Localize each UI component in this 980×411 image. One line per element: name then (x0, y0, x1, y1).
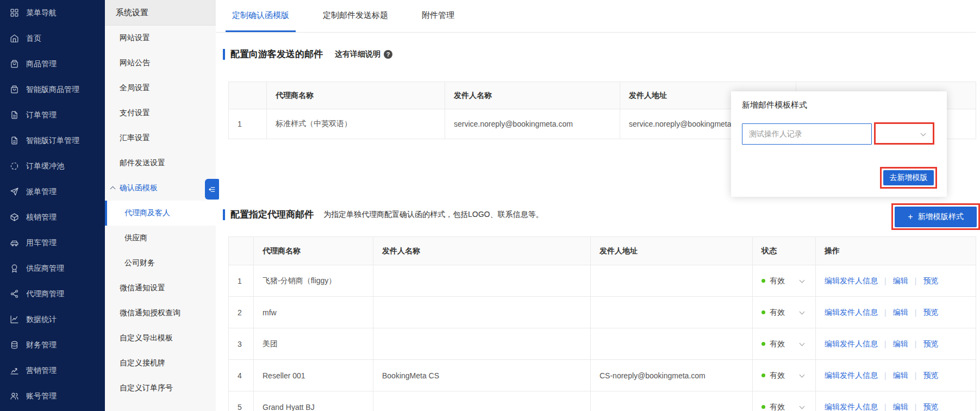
edit-link[interactable]: 编辑 (893, 308, 908, 316)
cell-sender-address (591, 328, 753, 360)
sidebar-item-label: 供应商管理 (26, 264, 64, 273)
cell-index: 1 (229, 109, 267, 139)
sidebar-item-dispatch[interactable]: 派单管理 (0, 179, 105, 204)
tab-custom-confirmation-template[interactable]: 定制确认函模版 (226, 0, 296, 32)
edit-link[interactable]: 编辑 (893, 339, 908, 348)
submenu-item-mail-send-settings[interactable]: 邮件发送设置 (105, 151, 216, 176)
sidebar-item-agents[interactable]: 代理商管理 (0, 281, 105, 307)
chevron-down-icon[interactable] (800, 277, 805, 283)
cell-index: 2 (229, 297, 254, 328)
sidebar-item-statistics[interactable]: 数据统计 (0, 307, 105, 332)
tab-attachment-management[interactable]: 附件管理 (415, 0, 461, 32)
go-add-template-button[interactable]: 去新增模版 (883, 170, 934, 185)
template-type-select[interactable] (874, 122, 934, 145)
preview-link[interactable]: 预览 (923, 339, 938, 348)
submenu-item-site-notice[interactable]: 网站公告 (105, 51, 216, 76)
cell-agent-name: mfw (254, 297, 373, 328)
edit-sender-info-link[interactable]: 编辑发件人信息 (825, 402, 878, 411)
chart-icon (10, 315, 19, 324)
edit-sender-info-link[interactable]: 编辑发件人信息 (825, 308, 878, 316)
status-dot (761, 342, 765, 346)
submenu-item-confirmation-template[interactable]: 确认函模板 (105, 176, 216, 201)
cell-agent-name: Reseller 001 (254, 360, 373, 391)
package-icon (10, 213, 19, 222)
status-dot (761, 310, 765, 314)
sidebar-item-products[interactable]: 商品管理 (0, 51, 105, 77)
link-separator: ｜ (882, 371, 889, 379)
preview-link[interactable]: 预览 (923, 402, 938, 411)
edit-sender-info-link[interactable]: 编辑发件人信息 (825, 339, 878, 348)
submenu-item-payment-settings[interactable]: 支付设置 (105, 101, 216, 126)
edit-link[interactable]: 编辑 (893, 402, 908, 411)
tab-custom-mail-subject[interactable]: 定制邮件发送标题 (316, 0, 395, 32)
preview-link[interactable]: 预览 (923, 276, 938, 285)
sidebar-item-label: 财务管理 (26, 340, 57, 350)
sidebar-item-label: 代理商管理 (26, 289, 64, 299)
submenu-item-site-settings[interactable]: 网站设置 (105, 26, 216, 51)
submenu-item-supplier[interactable]: 供应商 (105, 226, 216, 251)
sidebar-item-smart-products[interactable]: 智能版商品管理 (0, 77, 105, 102)
sidebar-item-order-buffer[interactable]: 订单缓冲池 (0, 153, 105, 179)
chevron-down-icon[interactable] (800, 340, 805, 346)
sidebar-item-home[interactable]: 首页 (0, 26, 105, 51)
sidebar-item-verification[interactable]: 核销管理 (0, 204, 105, 230)
car-icon (10, 238, 19, 247)
chevron-down-icon[interactable] (800, 403, 805, 409)
submenu-item-custom-export-template[interactable]: 自定义导出模板 (105, 326, 216, 351)
status-label: 有效 (770, 371, 785, 381)
submenu-item-global-settings[interactable]: 全局设置 (105, 76, 216, 101)
sitemap-icon (10, 289, 19, 298)
template-name-input[interactable] (742, 123, 872, 145)
help-question-icon[interactable]: ? (384, 50, 392, 59)
sidebar-item-smart-orders[interactable]: 智能版订单管理 (0, 128, 105, 153)
cell-actions: 编辑发件人信息｜编辑｜预览 (816, 328, 976, 360)
chevron-down-icon[interactable] (800, 372, 805, 377)
collapse-panel-icon (208, 185, 217, 194)
edit-link[interactable]: 编辑 (893, 371, 908, 379)
section-title: 配置向游客发送的邮件 (230, 48, 323, 60)
cell-index: 5 (229, 391, 254, 411)
submenu-item-custom-order-number[interactable]: 自定义订单序号 (105, 376, 216, 401)
submenu-item-custom-pickup-sign[interactable]: 自定义接机牌 (105, 351, 216, 376)
link-separator: ｜ (912, 339, 920, 348)
submenu-collapse-button[interactable] (205, 179, 219, 200)
status-label: 有效 (770, 339, 785, 349)
popup-title: 新增邮件模板样式 (742, 100, 807, 110)
sidebar-item-suppliers[interactable]: 供应商管理 (0, 256, 105, 281)
sidebar-item-marketing[interactable]: 营销管理 (0, 358, 105, 383)
submenu-item-agent-and-guest[interactable]: 代理商及客人 (105, 201, 216, 226)
cell-sender-name: BookingMeta CS (373, 360, 591, 391)
column-header-status: 状态 (753, 237, 816, 265)
preview-link[interactable]: 预览 (923, 308, 938, 316)
submenu-item-exchange-rate[interactable]: 汇率设置 (105, 126, 216, 151)
submenu-item-wechat-notify[interactable]: 微信通知设置 (105, 276, 216, 301)
submenu-item-company-finance[interactable]: 公司财务 (105, 251, 216, 276)
sidebar-item-finance[interactable]: 财务管理 (0, 332, 105, 358)
cell-sender-name (373, 391, 591, 411)
preview-link[interactable]: 预览 (923, 371, 938, 379)
sidebar-item-orders[interactable]: 订单管理 (0, 102, 105, 128)
sidebar-item-label: 商品管理 (26, 59, 57, 69)
link-separator: ｜ (912, 371, 920, 379)
sidebar-item-menu-nav[interactable]: 菜单导航 (0, 0, 105, 26)
sidebar-item-label: 首页 (26, 34, 41, 43)
link-separator: ｜ (912, 276, 920, 285)
add-template-style-button[interactable]: + 新增模版样式 (895, 207, 977, 227)
edit-sender-info-link[interactable]: 编辑发件人信息 (825, 371, 878, 379)
submenu-item-wechat-auth-query[interactable]: 微信通知授权查询 (105, 301, 216, 326)
sidebar-item-accounts[interactable]: 账号管理 (0, 383, 105, 409)
send-icon (10, 187, 19, 196)
section-agent-mail: 配置指定代理商邮件 为指定单独代理商配置确认函的样式，包括LOGO、联系信息等。 (223, 208, 543, 221)
edit-link[interactable]: 编辑 (893, 276, 908, 285)
column-header-sender-name: 发件人名称 (445, 82, 620, 109)
status-dot (761, 373, 765, 377)
chevron-down-icon[interactable] (800, 309, 805, 314)
column-header-index (229, 237, 254, 265)
annotation-red-box: + 新增模版样式 (891, 203, 980, 230)
edit-sender-info-link[interactable]: 编辑发件人信息 (825, 276, 878, 285)
sidebar-item-vehicles[interactable]: 用车管理 (0, 230, 105, 256)
sidebar-item-label: 智能版商品管理 (26, 85, 79, 95)
button-label: 新增模版样式 (918, 212, 964, 222)
submenu-header: 系统设置 (105, 0, 216, 26)
status-dot (761, 279, 765, 283)
